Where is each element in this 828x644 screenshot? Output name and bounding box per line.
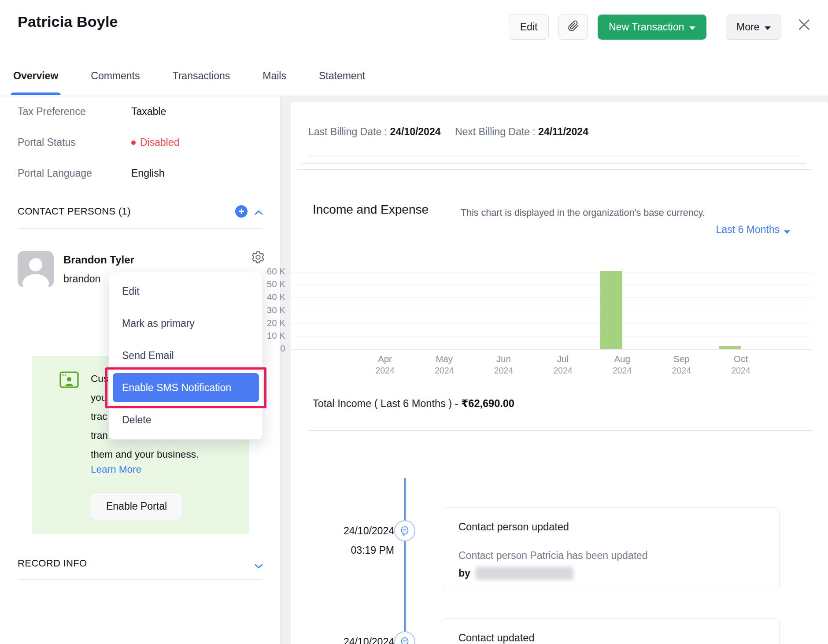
- bar-aug-2024: [600, 271, 622, 349]
- x-axis-label-apr-2024: Apr2024: [354, 353, 416, 377]
- timeline-card-title: Contact updated: [458, 632, 779, 644]
- total-income-label: Total Income ( Last 6 Months ) -: [313, 398, 461, 409]
- info-label: Tax Preference: [18, 106, 86, 118]
- menu-item-mark-as-primary[interactable]: Mark as primary: [109, 307, 262, 340]
- x-axis-year: 2024: [710, 365, 772, 377]
- x-axis-label-may-2024: May2024: [414, 353, 475, 377]
- x-axis-month: Sep: [651, 353, 712, 365]
- gridline: [291, 297, 813, 298]
- info-label: Portal Language: [18, 167, 92, 179]
- menu-item-enable-sms-notification[interactable]: Enable SMS Notification: [113, 373, 259, 402]
- info-row-portal-status: Portal StatusDisabled: [0, 137, 280, 152]
- last-billing-date-value: 24/10/2024: [390, 126, 440, 137]
- x-axis-month: Apr: [354, 353, 416, 365]
- avatar-body: [22, 274, 49, 287]
- caret-down-icon: [765, 26, 771, 30]
- stacked-card-edge: [302, 163, 806, 164]
- chart-subtitle: This chart is displayed in the organizat…: [461, 207, 705, 218]
- avatar: [18, 251, 54, 287]
- tab-overview[interactable]: Overview: [13, 56, 58, 95]
- menu-item-send-email[interactable]: Send Email: [109, 340, 262, 372]
- total-income-value: ₹62,690.00: [461, 398, 514, 409]
- close-icon: [796, 17, 812, 34]
- add-contact-person-button[interactable]: +: [235, 205, 248, 218]
- divider: [18, 228, 262, 229]
- x-axis-month: Jul: [532, 353, 594, 365]
- timeline-card-title: Contact person updated: [458, 521, 779, 533]
- chart-title: Income and Expense: [313, 203, 429, 217]
- contact-persons-heading: CONTACT PERSONS (1): [18, 206, 131, 217]
- chevron-down-icon[interactable]: [255, 563, 263, 570]
- tabs: OverviewCommentsTransactionsMailsStateme…: [13, 56, 365, 95]
- timeline-by-label: by: [458, 567, 470, 579]
- timeline-card-by: by: [458, 567, 779, 580]
- learn-more-link[interactable]: Learn More: [91, 464, 141, 475]
- next-billing-date-value: 24/11/2024: [538, 126, 588, 137]
- x-axis-month: Aug: [591, 353, 653, 365]
- tab-statement[interactable]: Statement: [319, 56, 365, 95]
- close-button[interactable]: [795, 16, 814, 35]
- x-axis-year: 2024: [591, 365, 653, 377]
- x-axis-label-jul-2024: Jul2024: [532, 353, 594, 377]
- menu-item-edit[interactable]: Edit: [109, 275, 262, 307]
- tab-mails[interactable]: Mails: [262, 56, 286, 95]
- caret-down-icon: [784, 230, 790, 234]
- paperclip-icon: [568, 20, 579, 34]
- timeline-comment-icon: [394, 520, 415, 541]
- info-value: Taxable: [131, 106, 166, 118]
- enable-portal-label: Enable Portal: [106, 500, 167, 512]
- divider: [308, 430, 813, 431]
- chevron-up-icon[interactable]: [255, 209, 263, 217]
- customer-portal-icon: [59, 371, 79, 390]
- x-axis-year: 2024: [473, 365, 534, 377]
- more-button[interactable]: More: [726, 15, 781, 40]
- timeline-date: 24/10/2024: [319, 525, 394, 537]
- portal-text-line: them and your business.: [91, 445, 243, 464]
- timeline-card-contact-updated: Contact updated: [442, 618, 780, 644]
- x-axis-year: 2024: [354, 365, 416, 377]
- chart-period-select[interactable]: Last 6 Months: [687, 224, 790, 236]
- x-axis-label-oct-2024: Oct2024: [710, 353, 772, 377]
- timeline-date: 24/10/2024: [319, 636, 394, 644]
- x-axis-label-jun-2024: Jun2024: [473, 353, 534, 377]
- x-axis-month: Jun: [473, 353, 534, 365]
- page-title: Patricia Boyle: [18, 13, 118, 30]
- gridline: [291, 272, 813, 273]
- edit-button-label: Edit: [520, 21, 538, 33]
- avatar-head: [29, 258, 42, 271]
- enable-portal-button[interactable]: Enable Portal: [91, 492, 182, 520]
- info-row-portal-language: Portal LanguageEnglish: [0, 167, 280, 182]
- attachment-button[interactable]: [558, 15, 588, 40]
- menu-item-enable-sms-notification-wrap: Enable SMS Notification: [109, 372, 262, 404]
- info-row-tax-preference: Tax PreferenceTaxable: [0, 106, 280, 121]
- chart-period-label: Last 6 Months: [716, 224, 780, 235]
- gridline: [291, 336, 813, 337]
- customer-detail-page: Patricia Boyle Edit New Transaction More…: [0, 0, 828, 644]
- redacted-name: [476, 567, 573, 580]
- gear-icon: [251, 250, 265, 266]
- x-axis-month: May: [414, 353, 475, 365]
- gridline: [291, 323, 813, 324]
- x-axis-label-sep-2024: Sep2024: [651, 353, 712, 377]
- contact-person-name: Brandon Tyler: [63, 254, 134, 266]
- billing-dates: Last Billing Date : 24/10/2024 Next Bill…: [308, 126, 600, 138]
- new-transaction-button[interactable]: New Transaction: [598, 15, 706, 40]
- contact-person-email: brandon: [63, 273, 100, 285]
- timeline-card-contact-person-updated: Contact person updatedContact person Pat…: [442, 507, 780, 590]
- status-dot-icon: [131, 141, 136, 145]
- gridline: [291, 311, 813, 311]
- stacked-card-edge: [296, 169, 812, 170]
- menu-item-delete[interactable]: Delete: [109, 404, 262, 436]
- timeline-line: [404, 478, 406, 644]
- edit-button[interactable]: Edit: [509, 15, 549, 40]
- contact-settings-button[interactable]: [250, 250, 266, 266]
- tab-comments[interactable]: Comments: [91, 56, 140, 95]
- info-value: Disabled: [131, 137, 180, 148]
- total-income: Total Income ( Last 6 Months ) - ₹62,690…: [313, 397, 514, 410]
- sidebar-divider: [280, 96, 281, 644]
- tab-transactions[interactable]: Transactions: [173, 56, 230, 95]
- last-billing-date-label: Last Billing Date :: [308, 126, 387, 137]
- x-axis-month: Oct: [710, 353, 772, 365]
- caret-down-icon: [689, 26, 695, 30]
- stacked-card-edge: [308, 155, 800, 156]
